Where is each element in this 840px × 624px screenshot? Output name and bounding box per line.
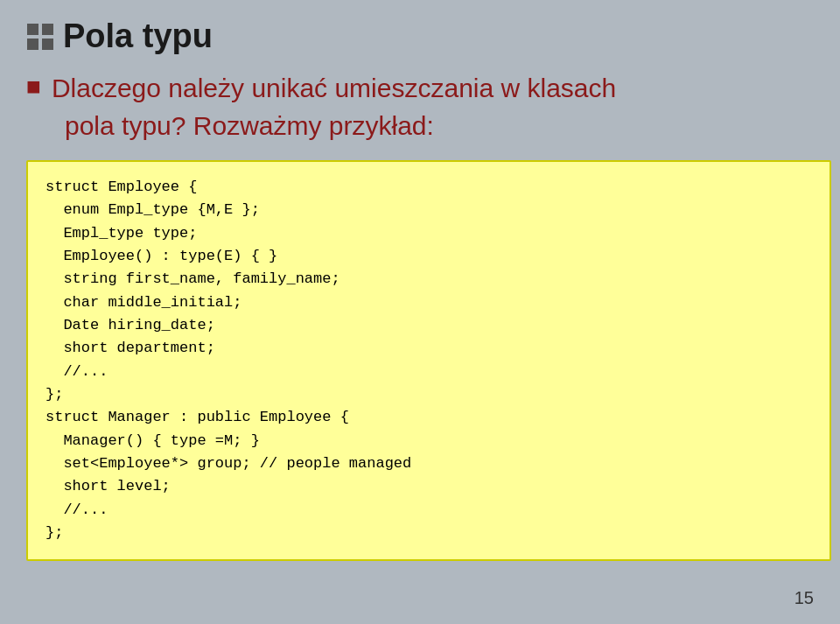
subtitle-section: ■ Dlaczego należy unikać umieszczania w … xyxy=(26,71,814,143)
bullet-icon: ■ xyxy=(26,73,41,101)
subtitle-line-1: ■ Dlaczego należy unikać umieszczania w … xyxy=(26,71,814,105)
page-number: 15 xyxy=(794,588,814,608)
subtitle-line-2: pola typu? Rozważmy przykład: xyxy=(26,109,814,143)
code-content: struct Employee { enum Empl_type {M,E };… xyxy=(46,176,812,545)
subtitle-text-line1: Dlaczego należy unikać umieszczania w kl… xyxy=(52,71,616,105)
svg-rect-2 xyxy=(27,39,38,50)
svg-rect-3 xyxy=(42,39,53,50)
slide-title: Pola typu xyxy=(63,18,213,55)
subtitle-text-line2: pola typu? Rozważmy przykład: xyxy=(26,111,434,140)
svg-rect-1 xyxy=(42,24,53,35)
title-bar: Pola typu xyxy=(26,18,814,55)
slide-container: Pola typu ■ Dlaczego należy unikać umies… xyxy=(0,0,840,624)
svg-rect-0 xyxy=(27,24,38,35)
code-box: struct Employee { enum Empl_type {M,E };… xyxy=(26,160,831,561)
title-icon xyxy=(26,23,54,51)
